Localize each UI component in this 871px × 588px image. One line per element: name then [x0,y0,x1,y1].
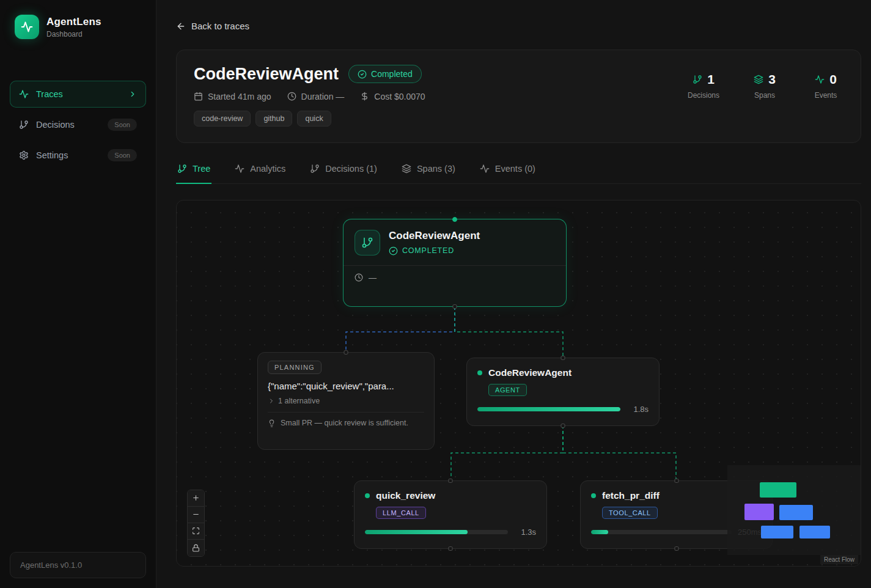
duration-bar-fill [365,530,468,534]
minimap-node-tool [799,526,830,538]
node-handle [449,479,453,483]
stat-decisions: 1 Decisions [686,72,721,127]
back-link-label: Back to traces [191,21,249,31]
app-logo: AgentLens Dashboard [0,0,156,54]
duration-bar [365,530,508,534]
flow-minimap[interactable] [727,465,861,555]
span-name: fetch_pr_diff [602,490,660,501]
stat-label: Spans [754,91,775,100]
node-handle [561,424,565,428]
cost-meta: Cost $0.0070 [360,92,425,101]
react-flow-attribution: React Flow [820,555,858,564]
duration-label: Duration — [301,92,345,101]
started-label: Started 41m ago [208,92,271,101]
stat-label: Decisions [688,91,719,100]
duration-meta: Duration — [287,92,345,101]
git-branch-icon [177,164,187,174]
soon-badge: Soon [108,149,137,161]
duration-bar-fill [591,530,608,534]
trace-header-left: CodeReviewAgent Completed Started 41m ag… [194,65,425,127]
decision-summary: {"name":"quick_review","para... [268,381,424,391]
trace-header-card: CodeReviewAgent Completed Started 41m ag… [176,50,861,143]
git-branch-icon [355,230,380,255]
tab-tree[interactable]: Tree [176,158,211,184]
stat-value: 0 [829,72,837,87]
zoom-in-button[interactable] [188,490,204,507]
app-subtitle: Dashboard [46,30,101,39]
alternatives-label: 1 alternative [278,397,320,405]
status-dot [365,493,370,498]
duration-bar [477,407,620,411]
node-handle [453,304,457,309]
tree-node-llm-span[interactable]: quick_review LLM_CALL 1.3s [354,480,547,549]
check-circle-icon [358,70,367,79]
decision-type-badge: PLANNING [268,361,322,374]
clock-icon [355,273,363,282]
tab-events[interactable]: Events (0) [479,158,537,184]
sidebar-item-settings[interactable]: Settings Soon [10,142,146,169]
node-handle [561,356,565,360]
trace-meta-row: Started 41m ago Duration — Cost $0.0070 [194,92,425,101]
stat-label: Events [815,91,837,100]
detail-tabs: Tree Analytics Decisions (1) Spans (3) E… [176,158,861,184]
traces-icon [19,89,29,99]
node-handle [449,546,453,551]
status-dot [477,370,482,375]
tab-label: Tree [193,164,210,174]
node-title: CodeReviewAgent [389,230,480,242]
minimap-node-agent [779,505,813,520]
back-to-traces-link[interactable]: Back to traces [176,21,249,31]
node-handle [344,350,348,355]
span-type-badge: LLM_CALL [376,507,426,519]
sidebar-item-label: Decisions [36,120,75,130]
sidebar-item-label: Settings [36,150,68,160]
decision-alternatives-toggle[interactable]: 1 alternative [268,397,424,405]
trace-stats: 1 Decisions 3 Spans 0 Events [686,65,843,127]
sidebar-item-traces[interactable]: Traces [10,81,146,108]
activity-icon [815,75,825,84]
span-duration: 1.3s [514,527,536,537]
edge-agent-to-tool [563,425,676,480]
tab-label: Events (0) [495,164,535,174]
gear-icon [19,150,29,160]
root-node-text: CodeReviewAgent COMPLETED [389,230,480,255]
tag: quick [297,111,331,127]
reason-label: Small PR — quick review is sufficient. [281,419,408,427]
minimap-node-decision [744,504,774,520]
check-circle-icon [389,246,398,255]
zoom-out-button[interactable] [188,507,204,523]
trace-tree-canvas[interactable]: CodeReviewAgent COMPLETED — PLANNING {"n… [176,200,861,567]
decision-reason: Small PR — quick review is sufficient. [268,412,424,427]
git-branch-icon [19,120,29,130]
lock-button[interactable] [188,540,204,556]
tab-decisions[interactable]: Decisions (1) [309,158,378,184]
edge-root-to-agent [455,307,563,358]
sidebar-item-decisions[interactable]: Decisions Soon [10,111,146,138]
tab-analytics[interactable]: Analytics [233,158,287,184]
chevron-right-icon [268,397,275,405]
app-name: AgentLens [46,16,101,28]
tree-node-root[interactable]: CodeReviewAgent COMPLETED — [343,219,567,307]
arrow-left-icon [176,21,186,31]
tab-label: Analytics [250,164,285,174]
node-status: COMPLETED [389,246,480,255]
status-label: Completed [371,69,413,79]
minimap-node-root [760,482,796,498]
span-name: quick_review [376,490,435,501]
status-badge: Completed [348,65,422,83]
duration-bar [591,530,732,534]
soon-badge: Soon [108,119,137,131]
root-node-footer: — [344,265,566,290]
fit-view-button[interactable] [188,523,204,540]
edge-root-to-decision [346,307,455,352]
tab-label: Spans (3) [417,164,455,174]
cost-label: Cost $0.0070 [374,92,425,101]
status-dot [591,493,596,498]
trace-title-row: CodeReviewAgent Completed [194,65,425,84]
clock-icon [287,92,296,101]
tree-node-agent-span[interactable]: CodeReviewAgent AGENT 1.8s [466,358,660,426]
tab-spans[interactable]: Spans (3) [400,158,457,184]
tree-node-decision[interactable]: PLANNING {"name":"quick_review","para...… [257,352,435,450]
sidebar-item-label: Traces [36,89,63,99]
span-name: CodeReviewAgent [488,367,571,378]
